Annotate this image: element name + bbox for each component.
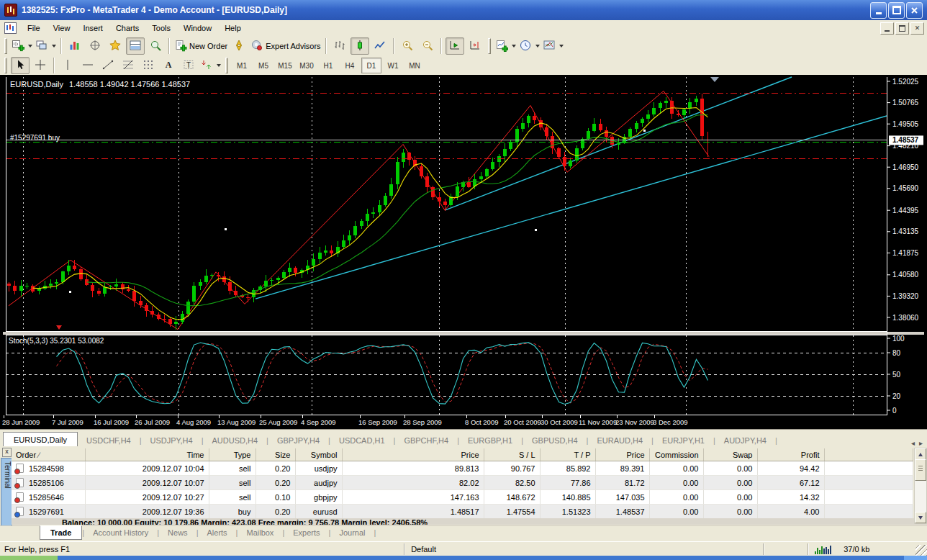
terminal-tab-trade[interactable]: Trade <box>40 525 82 540</box>
expert-advisors-button[interactable]: Expert Advisors <box>250 37 321 55</box>
trade-row-15284598[interactable]: 152845982009.12.07 10:04sell0.20usdjpy89… <box>12 461 913 476</box>
vertical-line-tool-button[interactable] <box>58 57 77 74</box>
menu-file[interactable]: File <box>21 22 47 35</box>
chart-canvas[interactable]: 1.520251.507651.495051.482101.469501.456… <box>0 75 927 429</box>
templates-button[interactable] <box>542 37 564 55</box>
column-header-type[interactable]: Type <box>209 448 256 461</box>
terminal-icon <box>129 39 142 53</box>
navigator-button[interactable] <box>106 37 125 55</box>
crosshair-tool-button[interactable] <box>31 57 50 74</box>
chart-tab-usdjpy-h4[interactable]: USDJPY,H4 <box>142 434 202 447</box>
column-header-profit[interactable]: Profit <box>757 448 824 461</box>
maximize-button[interactable] <box>888 2 905 19</box>
menu-charts[interactable]: Charts <box>109 22 145 35</box>
terminal-button[interactable] <box>126 37 145 55</box>
scrollbar-thumb[interactable] <box>915 459 926 481</box>
menu-window[interactable]: Window <box>177 22 218 35</box>
timeframe-h1[interactable]: H1 <box>318 58 338 73</box>
timeframe-w1[interactable]: W1 <box>383 58 403 73</box>
cursor-tool-button[interactable] <box>11 57 30 74</box>
column-header-swap[interactable]: Swap <box>703 448 757 461</box>
chart-tab-usdcad-h1[interactable]: USDCAD,H1 <box>330 434 394 447</box>
chart-shift-button[interactable] <box>466 37 484 55</box>
chart-tab-euraud-h4[interactable]: EURAUD,H4 <box>588 434 651 447</box>
menu-view[interactable]: View <box>47 22 77 35</box>
table-scrollbar[interactable] <box>914 448 927 524</box>
auto-scroll-button[interactable] <box>446 37 464 55</box>
column-header-s-l[interactable]: S / L <box>484 448 540 461</box>
chart-tab-usdchf-h4[interactable]: USDCHF,H4 <box>78 434 140 447</box>
timeframe-m30[interactable]: M30 <box>297 58 317 73</box>
line-chart-button[interactable] <box>371 37 389 55</box>
candlestick-chart-button[interactable] <box>351 37 369 55</box>
data-window-button[interactable] <box>86 37 104 55</box>
timeframe-m5[interactable]: M5 <box>253 58 273 73</box>
menu-insert[interactable]: Insert <box>76 22 109 35</box>
price-chart[interactable]: 1.520251.507651.495051.482101.469501.456… <box>0 75 927 429</box>
column-header-t-p[interactable]: T / P <box>540 448 595 461</box>
chart-tab-gbpusd-h4[interactable]: GBPUSD,H4 <box>523 434 587 447</box>
terminal-tab-experts[interactable]: Experts <box>284 526 328 539</box>
timeframe-m1[interactable]: M1 <box>232 58 252 73</box>
zoom-in-button[interactable] <box>398 37 417 55</box>
indicators-button[interactable] <box>494 37 517 55</box>
close-button[interactable] <box>906 2 923 19</box>
column-header-price[interactable]: Price <box>595 448 649 461</box>
chart-tab-eurusd-daily[interactable]: EURUSD,Daily <box>3 432 78 448</box>
strategy-tester-button[interactable] <box>146 37 165 55</box>
equidistant-channel-tool-button[interactable] <box>139 57 158 74</box>
bar-chart-button[interactable] <box>330 37 349 55</box>
terminal-tab-mailbox[interactable]: Mailbox <box>238 526 282 539</box>
horizontal-line-tool-button[interactable] <box>78 57 97 74</box>
terminal-tab-alerts[interactable]: Alerts <box>198 526 235 539</box>
metaeditor-button[interactable] <box>230 37 248 55</box>
fibonacci-tool-button[interactable] <box>119 57 137 74</box>
column-header-order[interactable]: Order ∕ <box>12 448 85 461</box>
trade-row-15285646[interactable]: 152856462009.12.07 10:27sell0.10gbpjpy14… <box>12 490 913 505</box>
new-order-button[interactable]: New Order <box>173 37 228 55</box>
chart-tab-gbpchf-h4[interactable]: GBPCHF,H4 <box>395 434 457 447</box>
menu-help[interactable]: Help <box>218 22 248 35</box>
market-watch-button[interactable] <box>65 37 84 55</box>
terminal-tab-news[interactable]: News <box>159 526 196 539</box>
column-header-commission[interactable]: Commission <box>649 448 703 461</box>
minimize-button[interactable] <box>870 2 887 19</box>
child-restore-button[interactable] <box>895 22 909 35</box>
arrow-tools-button[interactable] <box>199 57 222 74</box>
menu-tools[interactable]: Tools <box>145 22 177 35</box>
timeframe-m15[interactable]: M15 <box>275 58 295 73</box>
column-header-price[interactable]: Price <box>342 448 484 461</box>
terminal-tab-journal[interactable]: Journal <box>330 526 374 539</box>
scroll-down-button[interactable] <box>915 512 926 523</box>
text-tool-button[interactable]: A <box>159 57 178 74</box>
order-number: 15285646 <box>29 493 64 502</box>
chart-tab-gbpjpy-h4[interactable]: GBPJPY,H4 <box>268 434 328 447</box>
new-chart-button[interactable] <box>11 37 33 55</box>
databox-icon <box>89 39 101 53</box>
child-close-button[interactable]: ✕ <box>910 22 924 35</box>
chart-tab-eurgbp-h1[interactable]: EURGBP,H1 <box>459 434 521 447</box>
column-header-symbol[interactable]: Symbol <box>295 448 342 461</box>
timeframe-d1[interactable]: D1 <box>361 58 381 73</box>
zoom-out-button[interactable] <box>418 37 437 55</box>
scroll-up-button[interactable] <box>915 448 926 460</box>
chart-tab-audusd-h4[interactable]: AUDUSD,H4 <box>204 434 267 447</box>
column-header-size[interactable]: Size <box>256 448 295 461</box>
chart-tab-eurjpy-h1[interactable]: EURJPY,H1 <box>654 434 713 447</box>
resize-grip[interactable] <box>915 545 927 556</box>
terminal-close-button[interactable]: x <box>2 448 12 457</box>
timeframe-h4[interactable]: H4 <box>340 58 360 73</box>
column-header-time[interactable]: Time <box>85 448 209 461</box>
text-label-tool-button[interactable]: T <box>179 57 198 74</box>
periods-button[interactable] <box>518 37 541 55</box>
timeframe-mn[interactable]: MN <box>404 58 425 73</box>
minimize-icon <box>876 12 882 14</box>
trade-row-15297691[interactable]: 152976912009.12.07 19:36buy0.20eurusd1.4… <box>12 505 913 519</box>
chart-symbol-period: EURUSD,Daily <box>10 80 63 89</box>
child-minimize-button[interactable] <box>880 22 894 35</box>
terminal-tab-account-history[interactable]: Account History <box>84 526 157 539</box>
trendline-tool-button[interactable] <box>99 57 117 74</box>
profiles-button[interactable] <box>35 37 57 55</box>
trade-row-15285106[interactable]: 152851062009.12.07 10:07sell0.20audjpy82… <box>12 476 913 490</box>
chart-tab-audjpy-h4[interactable]: AUDJPY,H4 <box>715 434 775 447</box>
